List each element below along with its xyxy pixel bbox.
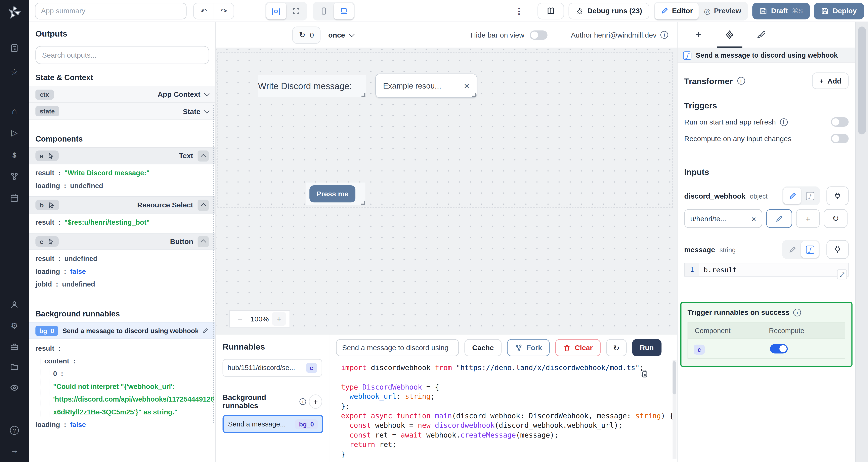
key-label[interactable]: 0	[53, 368, 57, 381]
sidebar-collapse[interactable]: →	[0, 444, 29, 456]
text-component[interactable]: Write Discord message:	[258, 75, 366, 97]
sidebar-item-home[interactable]: ⌂	[0, 105, 29, 117]
press-me-button[interactable]: Press me	[309, 185, 355, 202]
key-label[interactable]: loading	[35, 180, 60, 192]
sidebar-item-calculator[interactable]	[0, 42, 29, 54]
state-row[interactable]: state State	[29, 103, 215, 120]
code-scrollbar[interactable]	[673, 360, 676, 459]
key-label[interactable]: result	[35, 167, 54, 180]
fork-button[interactable]: Fork	[507, 339, 550, 356]
undo-button[interactable]: ↶	[194, 3, 214, 19]
refresh-mode-dropdown[interactable]: once	[328, 31, 354, 39]
sidebar-item-workers[interactable]	[0, 341, 29, 353]
sidebar-item-schedules[interactable]	[0, 192, 29, 204]
info-icon[interactable]: i	[737, 77, 745, 85]
add-resource-button[interactable]: +	[796, 209, 820, 228]
key-label[interactable]: result	[35, 216, 54, 229]
add-bg-runnable-button[interactable]: +	[309, 394, 322, 409]
collapsed-panel-strip[interactable]	[855, 22, 868, 462]
recompute-toggle[interactable]	[831, 134, 848, 143]
connect-input1-button[interactable]	[827, 186, 848, 205]
chevron-down-icon[interactable]	[204, 91, 209, 96]
scrollbar-thumb[interactable]	[858, 27, 866, 134]
message-expression-editor[interactable]: 1 b.result ⤢	[684, 263, 848, 277]
script-name-input[interactable]	[336, 339, 459, 356]
refresh-script-button[interactable]: ↻	[606, 339, 626, 356]
scrollbar-thumb[interactable]	[673, 361, 676, 394]
component-a-header[interactable]: a Text	[29, 147, 215, 164]
more-menu-button[interactable]: ⋮	[515, 6, 523, 16]
runnable-item[interactable]: hub/1511/discord/se... c	[223, 359, 322, 377]
ctx-row[interactable]: ctx App Context	[29, 86, 215, 103]
key-label[interactable]: loading	[35, 419, 60, 431]
code-editor[interactable]: import discordwebhook from "https://deno…	[329, 360, 677, 459]
app-summary-input[interactable]	[35, 2, 187, 19]
expand-editor-button[interactable]: ⤢	[837, 269, 847, 279]
tab-insert-component[interactable]: +	[693, 29, 704, 40]
connect-input2-button[interactable]	[827, 240, 848, 259]
sidebar-item-runs[interactable]: ▷	[0, 127, 29, 139]
copy-icon[interactable]	[639, 369, 648, 378]
key-label[interactable]: jobId	[35, 278, 52, 291]
draft-button[interactable]: Draft ⌘S	[752, 2, 810, 19]
key-label[interactable]: content	[44, 355, 69, 368]
bg-runnable-item-selected[interactable]: Send a message... bg_0	[223, 415, 323, 433]
resource-select-component[interactable]: Example resou... ×	[375, 73, 477, 98]
run-button[interactable]: Run	[632, 339, 662, 356]
key-label[interactable]: loading	[35, 265, 60, 278]
collapse-a-button[interactable]	[198, 150, 209, 161]
collapse-c-button[interactable]	[198, 236, 209, 247]
refresh-count-button[interactable]: ↻ 0	[292, 26, 320, 43]
sidebar-item-favorites[interactable]: ☆	[0, 66, 29, 78]
fullscreen-button[interactable]	[286, 2, 306, 19]
refresh-resource-button[interactable]: ↻	[824, 209, 847, 228]
tab-editor[interactable]: Editor	[655, 2, 698, 19]
info-icon[interactable]: i	[660, 31, 668, 39]
tab-component-settings[interactable]	[724, 29, 735, 40]
desktop-view-button[interactable]	[334, 2, 353, 19]
zoom-in-button[interactable]: +	[272, 312, 286, 326]
windmill-logo[interactable]	[6, 4, 23, 21]
info-icon[interactable]: i	[780, 118, 787, 126]
sidebar-item-settings[interactable]: ⚙	[0, 320, 29, 332]
sidebar-item-resources[interactable]	[0, 170, 29, 183]
resize-handle[interactable]	[362, 93, 365, 97]
bg0-header[interactable]: bg_0 Send a message to discord using web…	[29, 322, 215, 339]
component-c-header[interactable]: c Button	[29, 233, 215, 250]
key-label[interactable]: result	[35, 253, 54, 265]
panel-resize-handle[interactable]	[213, 105, 214, 423]
sidebar-item-variables[interactable]: $	[0, 149, 29, 161]
zoom-out-button[interactable]: −	[233, 312, 248, 326]
mobile-view-button[interactable]	[314, 2, 334, 19]
tab-preview[interactable]: ◎ Preview	[699, 2, 747, 19]
center-align-button[interactable]: |o|	[266, 2, 286, 19]
clear-x-icon[interactable]: ×	[751, 214, 756, 223]
resize-handle[interactable]	[472, 93, 476, 97]
sidebar-item-folders[interactable]	[0, 361, 29, 373]
static-mode-button[interactable]	[783, 241, 801, 258]
cache-button[interactable]: Cache	[465, 339, 502, 356]
add-transformer-button[interactable]: +Add	[812, 72, 848, 89]
hide-bar-toggle[interactable]	[530, 30, 548, 39]
clear-x-icon[interactable]: ×	[464, 81, 469, 91]
resource-picker[interactable]: u/henri/te... ×	[684, 209, 762, 228]
eval-mode-button[interactable]: ƒ	[801, 188, 819, 204]
search-outputs-input[interactable]	[35, 46, 209, 64]
sidebar-item-help[interactable]: ?	[0, 424, 29, 436]
edit-resource-button[interactable]	[766, 209, 792, 228]
info-icon[interactable]: i	[794, 308, 801, 316]
sidebar-item-audit[interactable]	[0, 382, 29, 394]
clear-button[interactable]: Clear	[555, 339, 600, 356]
chevron-down-icon[interactable]	[204, 108, 209, 113]
run-on-start-toggle[interactable]	[831, 117, 848, 127]
sidebar-item-users[interactable]	[0, 299, 29, 311]
button-component[interactable]: Press me	[306, 183, 366, 205]
resize-handle[interactable]	[361, 201, 365, 205]
edit-pencil-icon[interactable]	[202, 327, 209, 334]
info-icon[interactable]: i	[300, 398, 306, 405]
recompute-c-toggle[interactable]	[770, 344, 787, 354]
key-label[interactable]: result	[35, 342, 54, 355]
docs-button[interactable]	[537, 2, 564, 19]
eval-mode-button[interactable]: ƒ	[801, 241, 819, 258]
tab-styling[interactable]	[755, 29, 766, 40]
